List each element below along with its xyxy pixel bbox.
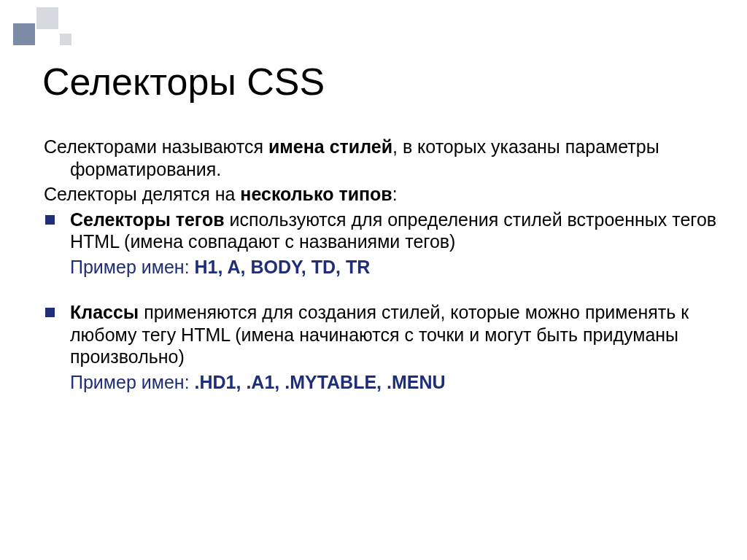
- slide: Селекторы CSS Селекторами называются име…: [0, 0, 747, 560]
- item2-bold: Классы: [70, 302, 139, 322]
- item1-bold: Селекторы тегов: [70, 209, 225, 230]
- divide-paragraph: Селекторы делятся на несколько типов:: [44, 183, 718, 206]
- example2-label: Пример имен:: [70, 372, 195, 392]
- divide-suffix: :: [392, 184, 398, 204]
- square-light-right-icon: [60, 34, 71, 45]
- intro-paragraph: Селекторами называются имена стилей, в к…: [44, 136, 718, 180]
- list-item: Селекторы тегов используются для определ…: [44, 209, 718, 253]
- square-dark-icon: [13, 23, 35, 45]
- item2-rest: применяются для создания стилей, которые…: [70, 302, 689, 367]
- divide-bold: несколько типов: [240, 184, 392, 204]
- example1-names: H1, A, BODY, TD, TR: [195, 257, 371, 277]
- list-item: Классы применяются для создания стилей, …: [44, 301, 718, 368]
- selector-types-list-2: Классы применяются для создания стилей, …: [44, 301, 718, 368]
- intro-bold: имена стилей: [268, 136, 392, 157]
- divide-prefix: Селекторы делятся на: [44, 184, 240, 204]
- example-line: Пример имен: H1, A, BODY, TD, TR: [44, 256, 718, 279]
- spacer: [44, 281, 718, 301]
- square-light-top-icon: [36, 7, 58, 29]
- slide-title: Селекторы CSS: [42, 60, 325, 104]
- slide-content: Селекторами называются имена стилей, в к…: [44, 136, 718, 396]
- example2-names: .HD1, .A1, .MYTABLE, .MENU: [195, 372, 446, 392]
- example1-label: Пример имен:: [70, 257, 195, 277]
- intro-prefix: Селекторами называются: [44, 136, 268, 157]
- example-line: Пример имен: .HD1, .A1, .MYTABLE, .MENU: [44, 371, 718, 394]
- selector-types-list: Селекторы тегов используются для определ…: [44, 209, 718, 253]
